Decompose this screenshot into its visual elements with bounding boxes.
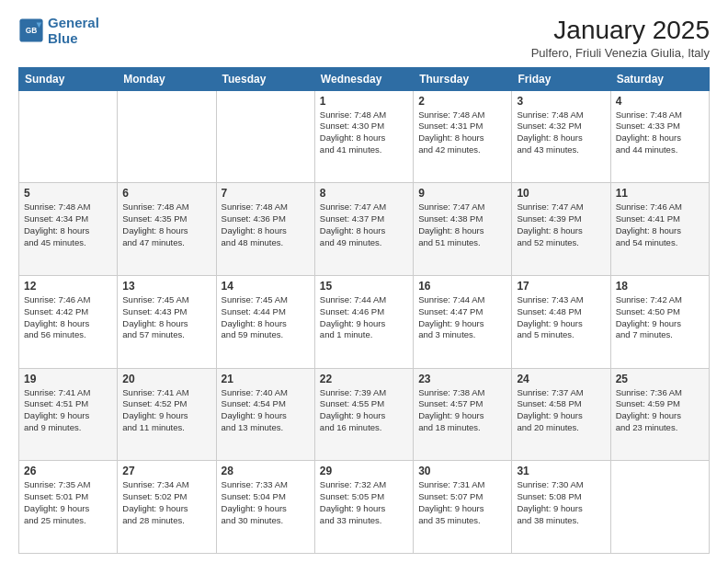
day-number: 6 bbox=[122, 187, 210, 200]
calendar-cell: 19Sunrise: 7:41 AM Sunset: 4:51 PM Dayli… bbox=[19, 368, 118, 461]
calendar-week-row-1: 5Sunrise: 7:48 AM Sunset: 4:34 PM Daylig… bbox=[19, 183, 710, 276]
day-number: 30 bbox=[418, 465, 506, 477]
calendar-cell: 14Sunrise: 7:45 AM Sunset: 4:44 PM Dayli… bbox=[216, 275, 314, 368]
cell-content: Sunrise: 7:48 AM Sunset: 4:33 PM Dayligh… bbox=[616, 109, 704, 156]
calendar-cell bbox=[610, 461, 709, 554]
day-number: 29 bbox=[320, 465, 408, 477]
col-friday: Friday bbox=[512, 67, 610, 90]
cell-content: Sunrise: 7:43 AM Sunset: 4:48 PM Dayligh… bbox=[517, 294, 605, 341]
col-saturday: Saturday bbox=[610, 67, 709, 90]
calendar-cell bbox=[19, 90, 118, 183]
day-number: 19 bbox=[24, 373, 112, 385]
cell-content: Sunrise: 7:32 AM Sunset: 5:05 PM Dayligh… bbox=[320, 479, 408, 526]
calendar-cell: 16Sunrise: 7:44 AM Sunset: 4:47 PM Dayli… bbox=[414, 275, 512, 368]
cell-content: Sunrise: 7:31 AM Sunset: 5:07 PM Dayligh… bbox=[418, 479, 506, 526]
calendar-cell: 9Sunrise: 7:47 AM Sunset: 4:38 PM Daylig… bbox=[414, 183, 512, 276]
calendar-cell: 17Sunrise: 7:43 AM Sunset: 4:48 PM Dayli… bbox=[512, 275, 610, 368]
calendar-cell: 18Sunrise: 7:42 AM Sunset: 4:50 PM Dayli… bbox=[610, 275, 709, 368]
cell-content: Sunrise: 7:44 AM Sunset: 4:46 PM Dayligh… bbox=[320, 294, 408, 341]
cell-content: Sunrise: 7:40 AM Sunset: 4:54 PM Dayligh… bbox=[222, 387, 310, 434]
col-thursday: Thursday bbox=[414, 67, 512, 90]
calendar-week-row-0: 1Sunrise: 7:48 AM Sunset: 4:30 PM Daylig… bbox=[19, 90, 710, 183]
calendar-week-row-4: 26Sunrise: 7:35 AM Sunset: 5:01 PM Dayli… bbox=[19, 461, 710, 554]
day-number: 26 bbox=[24, 465, 112, 477]
cell-content: Sunrise: 7:30 AM Sunset: 5:08 PM Dayligh… bbox=[517, 479, 605, 526]
title-section: January 2025 Pulfero, Friuli Venezia Giu… bbox=[531, 15, 710, 60]
cell-content: Sunrise: 7:33 AM Sunset: 5:04 PM Dayligh… bbox=[222, 479, 310, 526]
day-number: 15 bbox=[320, 280, 408, 293]
page: GB General Blue January 2025 Pulfero, Fr… bbox=[0, 0, 728, 563]
calendar-cell: 6Sunrise: 7:48 AM Sunset: 4:35 PM Daylig… bbox=[118, 183, 216, 276]
day-number: 13 bbox=[122, 280, 210, 293]
day-number: 10 bbox=[517, 187, 605, 200]
calendar-table: Sunday Monday Tuesday Wednesday Thursday… bbox=[18, 67, 710, 554]
day-number: 22 bbox=[320, 373, 408, 385]
cell-content: Sunrise: 7:37 AM Sunset: 4:58 PM Dayligh… bbox=[517, 387, 605, 434]
cell-content: Sunrise: 7:35 AM Sunset: 5:01 PM Dayligh… bbox=[24, 479, 112, 526]
day-number: 9 bbox=[418, 187, 506, 200]
calendar-cell: 27Sunrise: 7:34 AM Sunset: 5:02 PM Dayli… bbox=[118, 461, 216, 554]
calendar-cell: 10Sunrise: 7:47 AM Sunset: 4:39 PM Dayli… bbox=[512, 183, 610, 276]
calendar-cell: 23Sunrise: 7:38 AM Sunset: 4:57 PM Dayli… bbox=[414, 368, 512, 461]
cell-content: Sunrise: 7:46 AM Sunset: 4:41 PM Dayligh… bbox=[616, 201, 704, 248]
col-sunday: Sunday bbox=[19, 67, 118, 90]
calendar-cell bbox=[216, 90, 314, 183]
day-number: 18 bbox=[616, 280, 704, 293]
cell-content: Sunrise: 7:48 AM Sunset: 4:36 PM Dayligh… bbox=[222, 201, 310, 248]
calendar-week-row-2: 12Sunrise: 7:46 AM Sunset: 4:42 PM Dayli… bbox=[19, 275, 710, 368]
day-number: 21 bbox=[222, 373, 310, 385]
calendar-cell: 12Sunrise: 7:46 AM Sunset: 4:42 PM Dayli… bbox=[19, 275, 118, 368]
day-number: 7 bbox=[222, 187, 310, 200]
day-number: 16 bbox=[418, 280, 506, 293]
day-number: 23 bbox=[418, 373, 506, 385]
cell-content: Sunrise: 7:47 AM Sunset: 4:37 PM Dayligh… bbox=[320, 201, 408, 248]
day-number: 14 bbox=[222, 280, 310, 293]
day-number: 5 bbox=[24, 187, 112, 200]
cell-content: Sunrise: 7:48 AM Sunset: 4:34 PM Dayligh… bbox=[24, 201, 112, 248]
cell-content: Sunrise: 7:48 AM Sunset: 4:32 PM Dayligh… bbox=[517, 109, 605, 156]
logo-text-line1: General bbox=[48, 15, 99, 30]
cell-content: Sunrise: 7:44 AM Sunset: 4:47 PM Dayligh… bbox=[418, 294, 506, 341]
calendar-week-row-3: 19Sunrise: 7:41 AM Sunset: 4:51 PM Dayli… bbox=[19, 368, 710, 461]
cell-content: Sunrise: 7:41 AM Sunset: 4:52 PM Dayligh… bbox=[122, 387, 210, 434]
svg-text:GB: GB bbox=[26, 26, 38, 35]
day-number: 2 bbox=[418, 95, 506, 108]
calendar-cell: 22Sunrise: 7:39 AM Sunset: 4:55 PM Dayli… bbox=[314, 368, 413, 461]
calendar-cell: 3Sunrise: 7:48 AM Sunset: 4:32 PM Daylig… bbox=[512, 90, 610, 183]
calendar-cell: 11Sunrise: 7:46 AM Sunset: 4:41 PM Dayli… bbox=[610, 183, 709, 276]
calendar-cell: 4Sunrise: 7:48 AM Sunset: 4:33 PM Daylig… bbox=[610, 90, 709, 183]
calendar-cell: 7Sunrise: 7:48 AM Sunset: 4:36 PM Daylig… bbox=[216, 183, 314, 276]
cell-content: Sunrise: 7:39 AM Sunset: 4:55 PM Dayligh… bbox=[320, 387, 408, 434]
day-number: 17 bbox=[517, 280, 605, 293]
calendar-cell: 26Sunrise: 7:35 AM Sunset: 5:01 PM Dayli… bbox=[19, 461, 118, 554]
col-monday: Monday bbox=[118, 67, 216, 90]
day-number: 25 bbox=[616, 373, 704, 385]
calendar-cell: 30Sunrise: 7:31 AM Sunset: 5:07 PM Dayli… bbox=[414, 461, 512, 554]
calendar-cell: 31Sunrise: 7:30 AM Sunset: 5:08 PM Dayli… bbox=[512, 461, 610, 554]
cell-content: Sunrise: 7:41 AM Sunset: 4:51 PM Dayligh… bbox=[24, 387, 112, 434]
col-wednesday: Wednesday bbox=[314, 67, 413, 90]
logo: GB General Blue bbox=[18, 15, 99, 47]
calendar-cell: 29Sunrise: 7:32 AM Sunset: 5:05 PM Dayli… bbox=[314, 461, 413, 554]
day-number: 28 bbox=[222, 465, 310, 477]
cell-content: Sunrise: 7:47 AM Sunset: 4:38 PM Dayligh… bbox=[418, 201, 506, 248]
cell-content: Sunrise: 7:45 AM Sunset: 4:44 PM Dayligh… bbox=[222, 294, 310, 341]
cell-content: Sunrise: 7:46 AM Sunset: 4:42 PM Dayligh… bbox=[24, 294, 112, 341]
calendar-cell: 28Sunrise: 7:33 AM Sunset: 5:04 PM Dayli… bbox=[216, 461, 314, 554]
day-number: 12 bbox=[24, 280, 112, 293]
cell-content: Sunrise: 7:38 AM Sunset: 4:57 PM Dayligh… bbox=[418, 387, 506, 434]
day-number: 4 bbox=[616, 95, 704, 108]
day-number: 20 bbox=[122, 373, 210, 385]
calendar-cell: 13Sunrise: 7:45 AM Sunset: 4:43 PM Dayli… bbox=[118, 275, 216, 368]
calendar-cell: 20Sunrise: 7:41 AM Sunset: 4:52 PM Dayli… bbox=[118, 368, 216, 461]
col-tuesday: Tuesday bbox=[216, 67, 314, 90]
day-number: 27 bbox=[122, 465, 210, 477]
day-number: 3 bbox=[517, 95, 605, 108]
day-number: 24 bbox=[517, 373, 605, 385]
logo-text-line2: Blue bbox=[48, 30, 99, 46]
cell-content: Sunrise: 7:48 AM Sunset: 4:35 PM Dayligh… bbox=[122, 201, 210, 248]
cell-content: Sunrise: 7:48 AM Sunset: 4:31 PM Dayligh… bbox=[418, 109, 506, 156]
cell-content: Sunrise: 7:45 AM Sunset: 4:43 PM Dayligh… bbox=[122, 294, 210, 341]
calendar-cell: 25Sunrise: 7:36 AM Sunset: 4:59 PM Dayli… bbox=[610, 368, 709, 461]
day-number: 8 bbox=[320, 187, 408, 200]
